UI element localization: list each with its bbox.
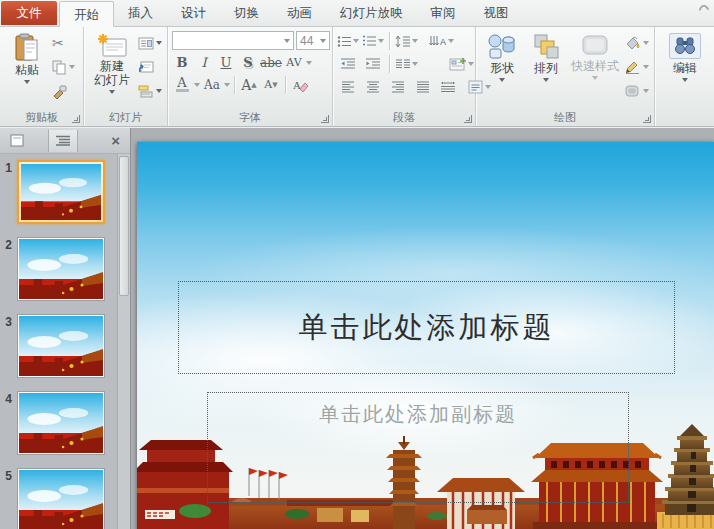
slide-thumbnail-image[interactable] bbox=[17, 314, 105, 378]
tab-review[interactable]: 审阅 bbox=[417, 0, 470, 26]
arrange-dropdown-arrow[interactable] bbox=[543, 78, 549, 82]
slide-thumbnail-1[interactable]: 1 bbox=[0, 160, 117, 224]
slide-thumbnail-image[interactable] bbox=[17, 237, 105, 301]
font-dialog-launcher[interactable] bbox=[321, 115, 329, 123]
new-slide-dropdown-arrow[interactable] bbox=[109, 90, 115, 94]
title-placeholder[interactable]: 单击此处添加标题 bbox=[178, 281, 675, 374]
line-spacing-arrow[interactable] bbox=[412, 39, 418, 43]
shapes-dropdown-arrow[interactable] bbox=[499, 78, 505, 82]
shrink-font-button[interactable]: A▼ bbox=[261, 75, 281, 94]
font-color-button[interactable]: A bbox=[172, 75, 192, 94]
tab-file[interactable]: 文件 bbox=[1, 1, 57, 25]
font-size-combobox[interactable]: 44 bbox=[296, 31, 330, 50]
slide-thumbnail-image[interactable] bbox=[17, 468, 105, 529]
subtitle-placeholder[interactable]: 单击此处添加副标题 bbox=[207, 392, 629, 503]
align-left-button[interactable] bbox=[337, 77, 359, 97]
convert-smartart-arrow[interactable] bbox=[468, 62, 474, 66]
increase-indent-button[interactable] bbox=[362, 54, 384, 74]
tab-view[interactable]: 视图 bbox=[470, 0, 523, 26]
shape-effects-button[interactable] bbox=[622, 81, 651, 101]
columns-arrow[interactable] bbox=[412, 62, 418, 66]
section-dropdown-arrow[interactable] bbox=[156, 89, 162, 93]
slide-thumbnail-2[interactable]: 2 bbox=[0, 237, 117, 301]
close-panel-button[interactable]: × bbox=[105, 132, 126, 149]
numbering-arrow[interactable] bbox=[378, 39, 384, 43]
bullets-arrow[interactable] bbox=[353, 39, 359, 43]
font-color-arrow[interactable] bbox=[194, 83, 200, 87]
text-shadow-button[interactable]: S bbox=[238, 53, 258, 72]
clear-formatting-button[interactable]: A bbox=[290, 75, 310, 94]
shape-outline-button[interactable] bbox=[622, 57, 651, 77]
decrease-indent-button[interactable] bbox=[337, 54, 359, 74]
shape-fill-button[interactable] bbox=[622, 33, 651, 53]
paragraph-dialog-launcher[interactable] bbox=[464, 115, 472, 123]
bold-button[interactable]: B bbox=[172, 53, 192, 72]
layout-button[interactable] bbox=[136, 33, 164, 53]
reset-slide-button[interactable] bbox=[136, 57, 164, 77]
slide-editor[interactable]: 单击此处添加标题 单击此处添加副标题 bbox=[137, 142, 714, 529]
section-button[interactable] bbox=[136, 81, 164, 101]
copy-button[interactable] bbox=[50, 57, 77, 77]
strikethrough-button[interactable]: abe bbox=[260, 53, 282, 72]
paste-label: 粘贴 bbox=[15, 63, 39, 77]
convert-smartart-button[interactable] bbox=[449, 54, 474, 74]
reset-icon bbox=[138, 60, 154, 74]
change-case-arrow[interactable] bbox=[224, 83, 230, 87]
font-name-arrow[interactable] bbox=[284, 39, 290, 43]
font-name-combobox[interactable] bbox=[172, 31, 294, 50]
shape-fill-arrow[interactable] bbox=[643, 41, 649, 45]
editing-button[interactable]: 编辑 bbox=[659, 31, 711, 111]
format-painter-button[interactable] bbox=[50, 81, 77, 101]
slide-thumbnail-image[interactable] bbox=[17, 391, 105, 455]
quick-styles-dropdown-arrow[interactable] bbox=[592, 76, 598, 80]
slide-thumbnail-image[interactable] bbox=[17, 160, 105, 224]
ribbon: 粘贴 ✂ bbox=[0, 27, 714, 127]
copy-dropdown-arrow[interactable] bbox=[69, 65, 75, 69]
layout-dropdown-arrow[interactable] bbox=[156, 41, 162, 45]
new-slide-button[interactable]: 新建 幻灯片 bbox=[88, 31, 136, 111]
italic-button[interactable]: I bbox=[194, 53, 214, 72]
panel-scrollbar-thumb[interactable] bbox=[119, 156, 129, 296]
distribute-text-button[interactable] bbox=[437, 77, 459, 97]
justify-button[interactable] bbox=[412, 77, 434, 97]
slide-number: 3 bbox=[0, 314, 17, 329]
character-spacing-arrow[interactable] bbox=[306, 61, 312, 65]
line-spacing-button[interactable] bbox=[395, 31, 418, 51]
character-spacing-button[interactable]: AV bbox=[284, 53, 304, 72]
cut-button[interactable]: ✂ bbox=[50, 33, 77, 53]
paste-dropdown-arrow[interactable] bbox=[24, 80, 30, 84]
align-center-button[interactable] bbox=[362, 77, 384, 97]
tab-insert[interactable]: 插入 bbox=[114, 0, 167, 26]
paste-button[interactable]: 粘贴 bbox=[4, 31, 50, 111]
tab-transitions[interactable]: 切换 bbox=[220, 0, 273, 26]
columns-button[interactable] bbox=[395, 54, 418, 74]
shape-effects-arrow[interactable] bbox=[643, 89, 649, 93]
drawing-dialog-launcher[interactable] bbox=[643, 115, 651, 123]
tab-animations[interactable]: 动画 bbox=[273, 0, 326, 26]
arrange-button[interactable]: 排列 bbox=[524, 31, 568, 111]
outline-tab[interactable] bbox=[48, 130, 78, 152]
shape-outline-arrow[interactable] bbox=[643, 65, 649, 69]
clipboard-dialog-launcher[interactable] bbox=[72, 115, 80, 123]
slide-thumbnail-4[interactable]: 4 bbox=[0, 391, 117, 455]
change-case-button[interactable]: Aa bbox=[202, 75, 222, 94]
text-direction-button[interactable]: A bbox=[429, 31, 454, 51]
panel-scrollbar[interactable] bbox=[117, 154, 130, 529]
tab-design[interactable]: 设计 bbox=[167, 0, 220, 26]
align-right-button[interactable] bbox=[387, 77, 409, 97]
slides-thumbnails-tab[interactable] bbox=[4, 130, 30, 152]
underline-button[interactable]: U bbox=[216, 53, 236, 72]
slide-thumbnail-3[interactable]: 3 bbox=[0, 314, 117, 378]
slide-thumbnail-5[interactable]: 5 bbox=[0, 468, 117, 529]
quick-styles-button[interactable]: 快速样式 bbox=[568, 31, 622, 111]
shapes-button[interactable]: 形状 bbox=[480, 31, 524, 111]
text-direction-arrow[interactable] bbox=[448, 39, 454, 43]
editing-dropdown-arrow[interactable] bbox=[682, 78, 688, 82]
help-icon[interactable] bbox=[697, 3, 711, 17]
numbering-button[interactable] bbox=[362, 31, 384, 51]
font-size-arrow[interactable] bbox=[320, 39, 326, 43]
tab-home[interactable]: 开始 bbox=[59, 1, 114, 27]
tab-slideshow[interactable]: 幻灯片放映 bbox=[326, 0, 417, 26]
grow-font-button[interactable]: A▲ bbox=[239, 75, 259, 94]
bullets-button[interactable] bbox=[337, 31, 359, 51]
